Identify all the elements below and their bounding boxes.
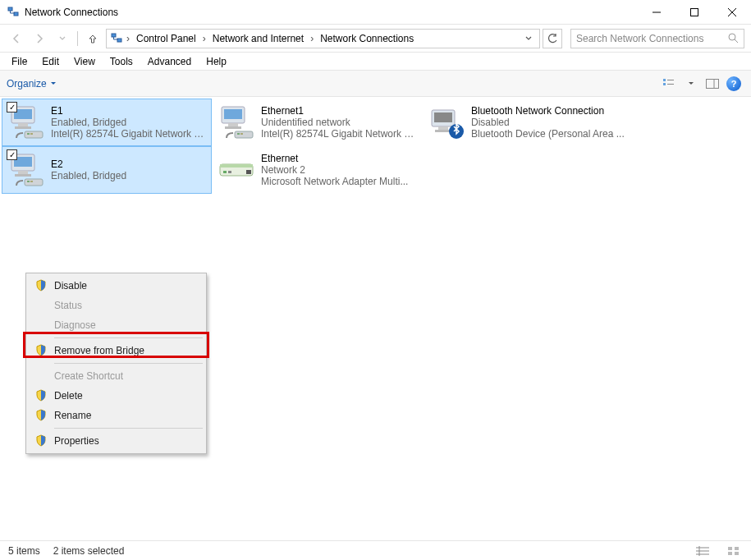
context-menu: Disable Status Diagnose Remove from Brid… <box>25 273 207 454</box>
connection-status: Network 2 <box>261 164 408 176</box>
svg-rect-24 <box>224 109 242 119</box>
menu-edit[interactable]: Edit <box>35 54 66 69</box>
svg-rect-21 <box>27 133 30 135</box>
svg-rect-11 <box>663 83 666 85</box>
close-button[interactable] <box>713 0 751 24</box>
connection-status: Enabled, Bridged <box>51 170 126 181</box>
search-input[interactable]: Search Network Connections <box>570 29 744 48</box>
connection-icon <box>217 102 256 141</box>
connection-item[interactable]: EthernetNetwork 2Microsoft Network Adapt… <box>212 146 422 194</box>
svg-rect-44 <box>223 171 227 173</box>
address-bar[interactable]: › Control Panel › Network and Internet ›… <box>106 29 540 48</box>
nav-bar: › Control Panel › Network and Internet ›… <box>0 25 751 53</box>
chevron-right-icon[interactable]: › <box>201 33 208 44</box>
connection-name: Bluetooth Network Connection <box>471 105 625 117</box>
view-dropdown[interactable] <box>680 75 702 93</box>
status-count: 5 items <box>8 545 40 557</box>
refresh-button[interactable] <box>543 29 562 48</box>
svg-rect-3 <box>691 8 698 16</box>
chevron-right-icon[interactable]: › <box>309 33 315 44</box>
breadcrumb-item[interactable]: Network Connections <box>317 31 417 46</box>
cm-separator <box>54 428 203 429</box>
connection-item[interactable]: ✓E1Enabled, BridgedIntel(R) 82574L Gigab… <box>2 99 212 146</box>
address-dropdown[interactable] <box>521 34 536 43</box>
cm-status[interactable]: Status <box>28 296 204 315</box>
connection-name: Ethernet1 <box>261 105 417 117</box>
help-button[interactable]: ? <box>723 75 744 93</box>
menu-view[interactable]: View <box>67 54 102 69</box>
shield-icon <box>34 434 48 448</box>
minimize-button[interactable] <box>638 0 675 24</box>
cm-rename[interactable]: Rename <box>28 406 204 425</box>
breadcrumb-item[interactable]: Network and Internet <box>209 31 307 46</box>
search-placeholder: Search Network Connections <box>576 33 728 44</box>
details-view-button[interactable] <box>694 544 712 558</box>
content-area[interactable]: ✓E1Enabled, BridgedIntel(R) 82574L Gigab… <box>0 97 751 540</box>
cm-delete[interactable]: Delete <box>28 386 204 406</box>
cm-separator <box>54 363 203 364</box>
connection-device: Intel(R) 82574L Gigabit Network C... <box>261 128 417 140</box>
connection-icon <box>427 102 466 141</box>
svg-rect-53 <box>728 552 732 555</box>
svg-rect-28 <box>237 133 240 135</box>
cm-properties[interactable]: Properties <box>28 431 204 451</box>
connection-name: E1 <box>51 105 207 117</box>
breadcrumb-item[interactable]: Control Panel <box>133 31 199 46</box>
svg-rect-40 <box>27 181 30 182</box>
title-bar: Network Connections <box>0 0 751 25</box>
nav-separator <box>77 31 78 46</box>
svg-rect-29 <box>240 133 243 135</box>
svg-rect-43 <box>220 164 253 168</box>
connection-icon: ✓ <box>7 102 46 141</box>
svg-rect-10 <box>663 79 666 81</box>
svg-rect-46 <box>246 170 251 174</box>
svg-rect-0 <box>8 7 12 11</box>
svg-rect-22 <box>30 133 33 135</box>
connection-device: Microsoft Network Adapter Multi... <box>261 176 408 187</box>
app-icon <box>7 6 20 19</box>
large-icons-view-button[interactable] <box>725 544 743 558</box>
cm-remove-from-bridge[interactable]: Remove from Bridge <box>28 341 204 360</box>
shield-icon <box>34 409 48 422</box>
svg-rect-25 <box>228 123 238 126</box>
connection-item[interactable]: Ethernet1Unidentified networkIntel(R) 82… <box>212 99 422 146</box>
connection-item[interactable]: Bluetooth Network ConnectionDisabledBlue… <box>422 99 632 146</box>
menu-advanced[interactable]: Advanced <box>141 54 198 69</box>
cm-create-shortcut[interactable]: Create Shortcut <box>28 366 204 386</box>
maximize-button[interactable] <box>675 0 713 24</box>
svg-rect-54 <box>735 552 739 555</box>
svg-point-8 <box>729 34 735 40</box>
view-options-button[interactable] <box>659 75 680 93</box>
svg-line-9 <box>735 39 738 43</box>
forward-button[interactable] <box>30 29 49 48</box>
recent-dropdown[interactable] <box>53 29 72 48</box>
menu-bar: File Edit View Tools Advanced Help <box>0 53 751 71</box>
svg-rect-19 <box>15 126 31 129</box>
connection-item[interactable]: ✓E2Enabled, Bridged <box>2 146 212 194</box>
menu-tools[interactable]: Tools <box>103 54 140 69</box>
organize-button[interactable]: Organize <box>7 78 57 90</box>
checkbox-icon[interactable]: ✓ <box>7 102 17 112</box>
preview-pane-button[interactable] <box>702 75 723 93</box>
cm-separator <box>54 337 203 338</box>
svg-rect-41 <box>30 181 33 182</box>
checkbox-icon[interactable]: ✓ <box>7 149 17 160</box>
chevron-right-icon[interactable]: › <box>125 33 131 44</box>
svg-rect-14 <box>707 79 719 88</box>
shield-icon <box>34 389 48 402</box>
svg-rect-26 <box>225 126 241 129</box>
back-button[interactable] <box>7 29 26 48</box>
svg-rect-6 <box>112 34 116 37</box>
up-button[interactable] <box>83 29 103 48</box>
menu-file[interactable]: File <box>5 54 34 69</box>
connection-name: E2 <box>51 158 126 170</box>
svg-rect-32 <box>438 126 448 130</box>
svg-rect-45 <box>228 171 231 173</box>
cm-disable[interactable]: Disable <box>28 276 204 296</box>
cm-diagnose[interactable]: Diagnose <box>28 315 204 335</box>
shield-icon <box>34 344 48 357</box>
window-controls <box>638 0 751 24</box>
menu-help[interactable]: Help <box>199 54 233 69</box>
svg-rect-52 <box>735 547 739 550</box>
toolbar: Organize ? <box>0 71 751 97</box>
